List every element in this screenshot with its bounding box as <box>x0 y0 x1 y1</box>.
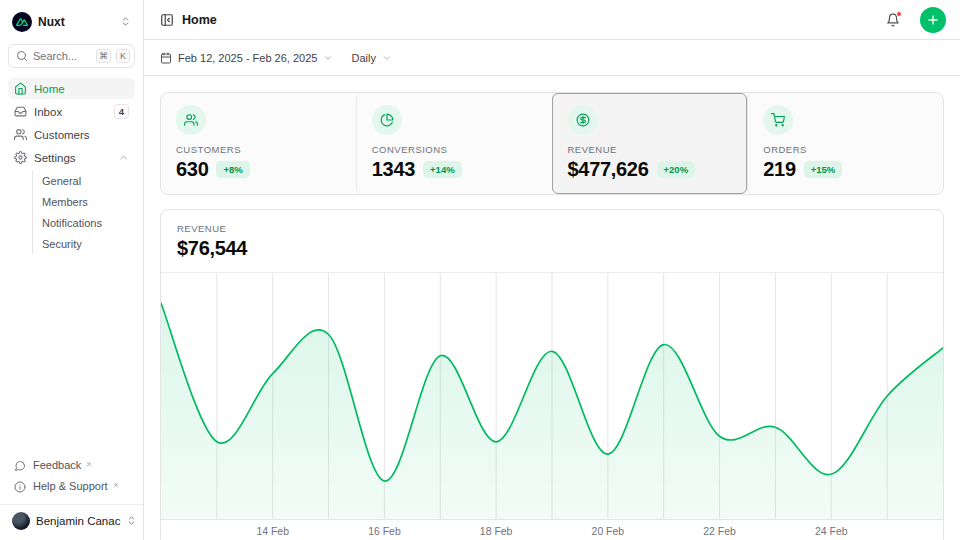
notification-dot <box>896 11 902 17</box>
stat-value: $477,626 <box>568 158 649 181</box>
gear-icon <box>14 151 27 164</box>
search-input[interactable]: Search... ⌘ K <box>8 44 135 68</box>
sidebar-item-home[interactable]: Home <box>8 78 135 99</box>
feedback-link[interactable]: Feedback <box>8 455 135 476</box>
svg-text:24 Feb: 24 Feb <box>815 526 848 537</box>
page-header: Home <box>144 0 960 40</box>
page-title: Home <box>182 13 876 27</box>
avatar <box>12 512 30 530</box>
stat-card-customers[interactable]: CUSTOMERS 630 +8% <box>161 93 356 194</box>
sidebar-item-inbox[interactable]: Inbox 4 <box>8 101 135 122</box>
granularity-select[interactable]: Daily <box>351 52 391 64</box>
chevron-down-icon <box>382 53 392 63</box>
sidebar-item-customers[interactable]: Customers <box>8 124 135 145</box>
revenue-area-chart[interactable]: 14 Feb16 Feb18 Feb20 Feb22 Feb24 Feb <box>161 273 943 540</box>
delta-badge: +15% <box>804 161 843 178</box>
user-name: Benjamin Canac <box>36 515 120 527</box>
workspace-switcher[interactable]: Nuxt <box>8 10 135 34</box>
delta-badge: +20% <box>657 161 696 178</box>
users-icon <box>14 128 27 141</box>
external-link-icon <box>112 479 119 491</box>
chevron-up-icon <box>118 152 129 163</box>
sidebar-nav: Home Inbox 4 Customers Settings <box>8 78 135 254</box>
calendar-icon <box>160 52 172 64</box>
search-icon <box>16 50 28 62</box>
external-link-icon <box>85 458 92 470</box>
stat-value: 630 <box>176 158 208 181</box>
chevrons-up-down-icon <box>120 13 131 31</box>
dashboard-content: CUSTOMERS 630 +8% CONVERSIONS 1343 +14% <box>144 76 960 540</box>
date-range-picker[interactable]: Feb 12, 2025 - Feb 26, 2025 <box>160 52 333 64</box>
app-window: Nuxt Search... ⌘ K Home <box>0 0 960 540</box>
dollar-icon <box>568 105 598 135</box>
sidebar: Nuxt Search... ⌘ K Home <box>0 0 144 540</box>
home-icon <box>14 82 27 95</box>
nuxt-logo-icon <box>12 12 32 32</box>
info-icon <box>14 481 26 493</box>
workspace-name: Nuxt <box>38 15 114 29</box>
sidebar-item-general[interactable]: General <box>34 171 135 191</box>
stat-card-revenue[interactable]: REVENUE $477,626 +20% <box>552 93 748 194</box>
delta-badge: +14% <box>423 161 462 178</box>
main-area: Home Feb 12, 2025 - Feb 26, 2025 Daily <box>144 0 960 540</box>
inbox-count-badge: 4 <box>114 104 129 119</box>
svg-text:18 Feb: 18 Feb <box>480 526 513 537</box>
svg-text:20 Feb: 20 Feb <box>592 526 625 537</box>
chart-header: REVENUE $76,544 <box>161 210 943 273</box>
settings-subnav: General Members Notifications Security <box>32 171 135 254</box>
help-support-link[interactable]: Help & Support <box>8 476 135 497</box>
stats-row: CUSTOMERS 630 +8% CONVERSIONS 1343 +14% <box>160 92 944 195</box>
revenue-chart-card: REVENUE $76,544 14 Feb16 Feb18 Feb20 Feb… <box>160 209 944 540</box>
sidebar-item-members[interactable]: Members <box>34 192 135 212</box>
sidebar-item-settings[interactable]: Settings <box>8 147 135 168</box>
stat-value: 1343 <box>372 158 415 181</box>
pie-chart-icon <box>372 105 402 135</box>
sidebar-item-security[interactable]: Security <box>34 234 135 254</box>
stat-card-orders[interactable]: ORDERS 219 +15% <box>747 93 943 194</box>
cart-icon <box>763 105 793 135</box>
stat-value: 219 <box>763 158 795 181</box>
delta-badge: +8% <box>216 161 249 178</box>
chat-bubble-icon <box>14 460 26 472</box>
search-placeholder: Search... <box>33 50 91 62</box>
filter-toolbar: Feb 12, 2025 - Feb 26, 2025 Daily <box>144 40 960 76</box>
chevrons-up-down-icon <box>126 512 137 530</box>
inbox-icon <box>14 105 27 118</box>
svg-text:16 Feb: 16 Feb <box>368 526 401 537</box>
svg-text:22 Feb: 22 Feb <box>703 526 736 537</box>
user-menu[interactable]: Benjamin Canac <box>8 505 135 532</box>
chart-label: REVENUE <box>177 223 927 234</box>
kbd-cmd: ⌘ <box>96 49 111 63</box>
sidebar-item-notifications[interactable]: Notifications <box>34 213 135 233</box>
kbd-k: K <box>116 49 130 63</box>
sidebar-spacer <box>8 254 135 455</box>
stat-card-conversions[interactable]: CONVERSIONS 1343 +14% <box>356 93 552 194</box>
svg-text:14 Feb: 14 Feb <box>256 526 289 537</box>
notifications-bell-icon[interactable] <box>884 11 902 29</box>
users-icon <box>176 105 206 135</box>
add-button[interactable] <box>920 7 946 33</box>
chart-value: $76,544 <box>177 237 927 260</box>
collapse-sidebar-icon[interactable] <box>160 13 174 27</box>
chevron-down-icon <box>323 53 333 63</box>
